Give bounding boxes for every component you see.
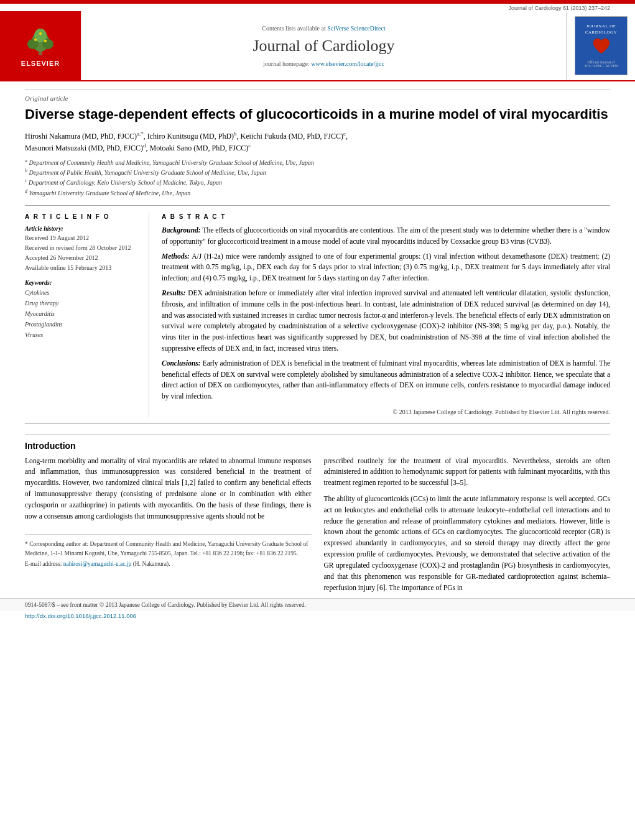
corresponding-author-note: * Corresponding author at: Department of… (25, 540, 312, 558)
intro-para2: prescribed routinely for the treatment o… (324, 456, 611, 594)
abstract-heading: A B S T R A C T (162, 213, 610, 220)
keywords-label: Keywords: (25, 279, 140, 286)
article-info-abstract: A R T I C L E I N F O Article history: R… (25, 213, 610, 417)
copyright-line: © 2013 Japanese College of Cardiology. P… (162, 407, 610, 417)
sciverse-link[interactable]: SciVerse ScienceDirect (327, 25, 386, 32)
methods-label: Methods: (162, 252, 190, 260)
results-label: Results: (162, 289, 185, 297)
methods-text: A/J (H-2a) mice were randomly assigned t… (162, 252, 610, 282)
introduction-heading: Introduction (25, 434, 610, 451)
background-text: The effects of glucocorticoids on viral … (162, 226, 610, 245)
article-main-title: Diverse stage-dependent effects of gluco… (25, 106, 610, 124)
cover-title: JOURNAL of CARDIOLOGY (575, 24, 627, 35)
journal-header-center: Contents lists available at SciVerse Sci… (81, 11, 567, 80)
doi-link[interactable]: http://dx.doi.org/10.1016/j.jjcc.2012.11… (25, 612, 136, 619)
svg-point-6 (44, 40, 47, 42)
background-label: Background: (162, 226, 201, 234)
email-note: E-mail address: nahirosi@yamaguchi-u.ac.… (25, 560, 312, 568)
elsevier-logo-area: ELSEVIER (0, 11, 81, 80)
elsevier-brand-text: ELSEVIER (21, 60, 60, 67)
intro-right-col: prescribed routinely for the treatment o… (324, 456, 611, 599)
conclusions-label: Conclusions: (162, 359, 201, 367)
journal-cover-area: JOURNAL of CARDIOLOGY Official Journal o… (567, 11, 635, 80)
results-text: DEX administration before or immediately… (162, 289, 610, 352)
abstract-text: Background: The effects of glucocorticoi… (162, 225, 610, 417)
intro-left-col: Long-term morbidity and mortality of vir… (25, 456, 312, 599)
authors-line: Hiroshi Nakamura (MD, PhD, FJCC)a,*, Ich… (25, 130, 610, 154)
doi-link-area: http://dx.doi.org/10.1016/j.jjcc.2012.11… (0, 611, 635, 623)
article-type: Original article (25, 89, 610, 102)
article-history: Article history: Received 19 August 2012… (25, 225, 140, 273)
keywords-section: Keywords: CytokinesDrug therapyMyocardit… (25, 279, 140, 340)
journal-title: Journal of Cardiology (253, 37, 394, 55)
footnote-area: * Corresponding author at: Department of… (25, 534, 312, 568)
journal-header: ELSEVIER Contents lists available at Sci… (0, 11, 635, 81)
svg-point-5 (34, 39, 37, 41)
affiliations: a Department of Community Health and Med… (25, 157, 610, 198)
introduction-section: Introduction Long-term morbidity and mor… (0, 434, 635, 599)
intro-para1: Long-term morbidity and mortality of vir… (25, 456, 312, 522)
article-info-heading: A R T I C L E I N F O (25, 213, 140, 220)
cover-heart-icon (592, 38, 611, 57)
journal-homepage: journal homepage: www.elsevier.com/locat… (263, 60, 384, 67)
journal-ref: Journal of Cardiology 61 (2013) 237–242 (0, 4, 635, 11)
page: Journal of Cardiology 61 (2013) 237–242 (0, 0, 635, 840)
history-dates: Received 19 August 2012 Received in revi… (25, 233, 140, 273)
homepage-link[interactable]: www.elsevier.com/locate/jjcc (311, 60, 384, 67)
section-divider (25, 423, 610, 424)
history-label: Article history: (25, 225, 140, 232)
svg-point-7 (39, 32, 42, 35)
cover-subtitle: Official Journal ofJCS / APSC / ACVIM (585, 60, 618, 68)
sciverse-text: Contents lists available at SciVerse Sci… (262, 25, 386, 32)
article-section: Original article Diverse stage-dependent… (0, 89, 635, 417)
conclusions-text: Early administration of DEX is beneficia… (162, 359, 610, 400)
journal-cover-image: JOURNAL of CARDIOLOGY Official Journal o… (575, 16, 628, 75)
keywords-list: CytokinesDrug therapyMyocarditisProstagl… (25, 287, 140, 340)
elsevier-tree-icon (22, 24, 59, 58)
doi-bar: 0914-5087/$ – see front matter © 2013 Ja… (0, 598, 635, 611)
email-link[interactable]: nahirosi@yamaguchi-u.ac.jp (63, 561, 132, 567)
intro-body: Long-term morbidity and mortality of vir… (25, 456, 610, 599)
abstract-col: A B S T R A C T Background: The effects … (162, 213, 610, 417)
issn-text: 0914-5087/$ – see front matter © 2013 Ja… (25, 602, 306, 608)
divider (25, 205, 610, 206)
article-info-col: A R T I C L E I N F O Article history: R… (25, 213, 149, 417)
